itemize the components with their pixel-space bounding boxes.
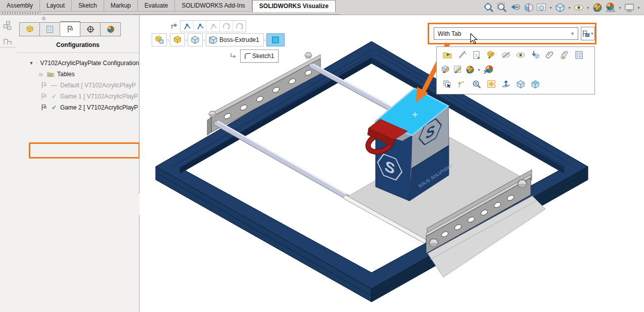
- configuration-part-icon: [36, 59, 38, 67]
- feature-properties-icon[interactable]: [572, 48, 586, 62]
- chevron-down-icon: ▼: [570, 31, 575, 36]
- tab-markup[interactable]: Markup: [104, 0, 138, 12]
- previous-view-icon[interactable]: [509, 1, 522, 14]
- appearances-caret[interactable]: ▾: [477, 68, 481, 72]
- chamfer-body-icon[interactable]: [528, 78, 542, 91]
- tab-featuremanager[interactable]: [19, 22, 40, 36]
- config-button-caret[interactable]: ▾: [590, 31, 594, 36]
- configuration-flag-button[interactable]: ▾: [581, 27, 595, 40]
- configuration-dropdown-value: With Tab: [438, 30, 461, 37]
- zoom-to-fit-icon[interactable]: [482, 1, 495, 14]
- context-toolbar-row2: ▾: [437, 62, 594, 76]
- mate-tool-icon[interactable]: [194, 21, 207, 32]
- selection-breadcrumb: › › › Boss-Extrude1 ›: [152, 33, 286, 46]
- tree-root-label: V7102AcrylicPlayPlate Configuration: [40, 60, 139, 67]
- config-flag-cube-icon: [581, 29, 590, 38]
- tree-item-config-game2[interactable]: ✓ Game 2 [ V7102AcrylicPlayP: [17, 102, 139, 113]
- assembly-visualization-icon[interactable]: [2, 20, 13, 33]
- svg-text:A: A: [227, 23, 230, 26]
- rotate-a-disabled-icon: A: [233, 21, 246, 32]
- child-arrow-icon: [228, 51, 238, 61]
- copy-appearance-icon[interactable]: [482, 63, 494, 76]
- tab-configurationmanager[interactable]: [60, 21, 80, 37]
- edit-appearance-body-icon[interactable]: [440, 63, 452, 76]
- display-style-icon[interactable]: [554, 1, 567, 14]
- configurations-tree: ▼ V7102AcrylicPlayPlate Configuration ▷ …: [17, 58, 139, 113]
- collapse-arrow-icon[interactable]: ▷: [39, 72, 44, 77]
- mate-tool-icon[interactable]: [180, 21, 194, 32]
- suppress-icon[interactable]: [454, 48, 469, 62]
- tab-layout[interactable]: Layout: [40, 0, 72, 12]
- normal-to-icon[interactable]: [498, 78, 513, 91]
- hide-show-items-caret[interactable]: ▾: [586, 6, 590, 10]
- breadcrumb-feature[interactable]: Boss-Extrude1: [206, 33, 264, 46]
- tab-solidworks-visualize[interactable]: SOLIDWORKS Visualize: [252, 0, 336, 12]
- configuration-flag-icon: [40, 81, 48, 89]
- view-orientation-icon[interactable]: [535, 1, 548, 14]
- tree-root-configuration[interactable]: ▼ V7102AcrylicPlayPlate Configuration: [17, 58, 139, 69]
- solidworks-window: { "ribbon": { "tabs": [ {"label": "Assem…: [0, 0, 644, 312]
- show-icon[interactable]: [513, 48, 528, 62]
- ribbon-drag-handle[interactable]: [2, 12, 40, 14]
- breadcrumb-sketch[interactable]: Sketch1: [240, 49, 279, 63]
- attach-paperclip-icon[interactable]: [542, 48, 557, 62]
- selection-context-toolbar: A A: [180, 20, 246, 32]
- view-settings-icon[interactable]: [623, 1, 636, 14]
- sketch-icon: [243, 51, 252, 61]
- config-default-label: Default [ V7102AcrylicPlayP: [60, 82, 135, 89]
- apply-scene-icon[interactable]: [604, 1, 617, 14]
- attach-view-paperclip-eye-icon[interactable]: [557, 48, 572, 62]
- left-dock-strip: [0, 15, 17, 312]
- edit-feature-icon[interactable]: [440, 48, 454, 62]
- tab-propertymanager[interactable]: [40, 22, 60, 36]
- section-view-icon[interactable]: [522, 1, 535, 14]
- insert-into-new-part-icon[interactable]: [528, 48, 542, 62]
- appearances-icon[interactable]: [464, 63, 476, 76]
- breadcrumb-body-icon[interactable]: [188, 33, 203, 46]
- edit-appearance-icon[interactable]: [591, 1, 604, 14]
- tab-solidworks-add-ins[interactable]: SOLIDWORKS Add-Ins: [175, 0, 252, 12]
- tab-evaluate[interactable]: Evaluate: [138, 0, 175, 12]
- breadcrumb-escape-icon[interactable]: [170, 21, 179, 32]
- step-profile-icon[interactable]: [3, 37, 12, 47]
- isolate-icon[interactable]: [484, 78, 498, 91]
- hide-icon[interactable]: [498, 48, 513, 62]
- zoom-to-selection-icon[interactable]: [469, 78, 484, 91]
- tab-dimxpertmanager[interactable]: [80, 22, 101, 36]
- context-toolbar-popup: ▾: [436, 46, 595, 94]
- expand-arrow-icon[interactable]: ▼: [29, 61, 34, 66]
- tab-assembly[interactable]: Assembly: [0, 0, 40, 12]
- breadcrumb-assembly-icon[interactable]: [152, 33, 167, 46]
- display-style-caret[interactable]: ▾: [567, 6, 572, 10]
- configuration-flag-icon: [40, 92, 48, 100]
- view-settings-caret[interactable]: ▾: [636, 6, 641, 10]
- panel-title: Configurations: [17, 41, 139, 48]
- edit-sketch-icon[interactable]: [484, 48, 498, 62]
- graphics-viewport[interactable]: S S SOLID SOLUTIONS: [140, 15, 644, 312]
- breadcrumb-separator: ›: [167, 37, 169, 43]
- status-dash-icon: —: [51, 82, 58, 89]
- zoom-to-area-icon[interactable]: [495, 1, 509, 14]
- tab-displaymanager[interactable]: [101, 22, 121, 36]
- panel-divider: [17, 53, 139, 53]
- apply-scene-caret[interactable]: ▾: [618, 6, 622, 10]
- tree-item-config-game1[interactable]: ✓ Game 1 [ V7102AcrylicPlayP: [17, 91, 139, 102]
- rotate-a-disabled-icon: A: [220, 21, 233, 32]
- view-orientation-caret[interactable]: ▾: [548, 6, 553, 10]
- mate-tool-disabled-icon: [207, 21, 220, 32]
- panel-grip-dot[interactable]: [42, 17, 45, 20]
- configuration-dropdown[interactable]: With Tab ▼: [434, 27, 578, 40]
- edit-sketch-plane-icon[interactable]: [452, 63, 464, 76]
- select-other-icon[interactable]: [440, 78, 454, 91]
- breadcrumb-selected-face[interactable]: [266, 33, 285, 46]
- select-contour-icon[interactable]: [454, 78, 469, 91]
- body-display-icon[interactable]: [513, 78, 528, 91]
- tree-item-tables[interactable]: ▷ Tables: [17, 69, 139, 80]
- rollback-icon[interactable]: [469, 48, 484, 62]
- top-bar: Assembly Layout Sketch Markup Evaluate S…: [0, 0, 644, 15]
- tree-item-config-default[interactable]: — Default [ V7102AcrylicPlayP: [17, 80, 139, 91]
- breadcrumb-part-icon[interactable]: [170, 33, 185, 46]
- hide-show-items-icon[interactable]: [572, 1, 585, 14]
- breadcrumb-separator: ›: [264, 37, 266, 43]
- tab-sketch[interactable]: Sketch: [72, 0, 104, 12]
